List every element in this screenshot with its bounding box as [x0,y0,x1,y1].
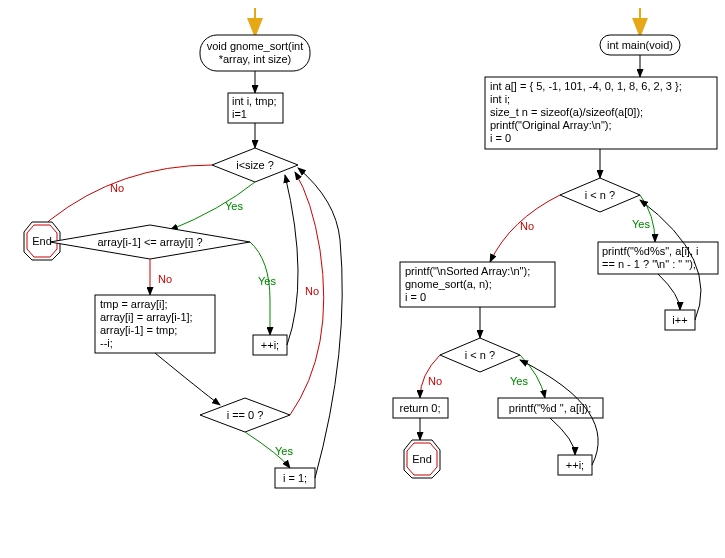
cond-cmp-text: array[i-1] <= array[i] ? [97,236,202,248]
node-print1: printf("%d%s", a[i], i == n - 1 ? "\n" :… [598,242,718,274]
label-no: No [305,285,319,297]
node-inc-i: ++i; [253,335,287,355]
inc2-text: ++i; [566,459,584,471]
edge-yes [250,242,270,335]
swap-l1: tmp = array[i]; [100,298,168,310]
label-yes: Yes [632,218,650,230]
edge [298,168,342,478]
node-main-sig: int main(void) [600,35,680,55]
main-init-l3: size_t n = sizeof(a)/sizeof(a[0]); [490,106,643,118]
cond-size-text: i<size ? [236,159,274,171]
cond2-text: i < n ? [465,349,495,361]
swap-l3: array[i-1] = tmp; [100,324,177,336]
node-inc2: ++i; [558,455,592,475]
label-yes: Yes [275,445,293,457]
node-func-sig: void gnome_sort(int *array, int size) [200,35,310,71]
inc-i-text: ++i; [261,339,279,351]
label-no: No [428,375,442,387]
label-yes: Yes [510,375,528,387]
main-init-l4: printf("Original Array:\n"); [490,119,612,131]
edge [155,353,220,405]
edge [285,175,298,345]
init-l2: i=1 [232,108,247,120]
edge-no [40,165,212,230]
end-text: End [32,235,52,247]
func-sig-line1: void gnome_sort(int [207,40,304,52]
node-main-init: int a[] = { 5, -1, 101, -4, 0, 1, 8, 6, … [485,77,717,149]
node-init: int i, tmp; i=1 [228,93,283,123]
main-init-l1: int a[] = { 5, -1, 101, -4, 0, 1, 8, 6, … [490,80,682,92]
node-cond1: i < n ? [560,178,640,212]
print2-text: printf("%d ", a[i]); [509,402,591,414]
node-print2: printf("%d ", a[i]); [498,398,603,418]
edge [550,418,575,455]
label-no: No [110,182,124,194]
label-no: No [520,220,534,232]
flowchart-main: int main(void) int a[] = { 5, -1, 101, -… [393,8,718,478]
print1-l2: == n - 1 ? "\n" : " "); [602,258,696,270]
label-yes: Yes [225,200,243,212]
node-set-one: i = 1; [275,468,315,488]
node-cond2: i < n ? [440,338,520,372]
label-no: No [158,273,172,285]
main-init-l2: int i; [490,93,510,105]
node-cond-cmp: array[i-1] <= array[i] ? [50,225,250,259]
print1-l1: printf("%d%s", a[i], i [602,245,698,257]
flowchart-gnome-sort: void gnome_sort(int *array, int size) in… [24,8,342,488]
node-sorted-block: printf("\nSorted Array:\n"); gnome_sort(… [400,262,555,307]
init-l1: int i, tmp; [232,95,277,107]
node-end2: End [404,440,440,478]
node-cond-zero: i == 0 ? [200,398,290,432]
end2-text: End [412,453,432,465]
node-swap: tmp = array[i]; array[i] = array[i-1]; a… [95,295,215,353]
sorted-l1: printf("\nSorted Array:\n"); [405,265,530,277]
label-yes: Yes [258,275,276,287]
func-sig-line2: *array, int size) [219,53,292,65]
sorted-l2: gnome_sort(a, n); [405,278,492,290]
swap-l2: array[i] = array[i-1]; [100,311,193,323]
main-init-l5: i = 0 [490,132,511,144]
edge [658,274,680,310]
cond-zero-text: i == 0 ? [227,409,264,421]
main-sig-text: int main(void) [607,39,673,51]
inc1-text: i++ [672,314,687,326]
node-inc1: i++ [665,310,695,330]
return-text: return 0; [400,402,441,414]
sorted-l3: i = 0 [405,291,426,303]
set-one-text: i = 1; [283,472,307,484]
swap-l4: --i; [100,337,113,349]
cond1-text: i < n ? [585,189,615,201]
node-return: return 0; [393,398,448,418]
